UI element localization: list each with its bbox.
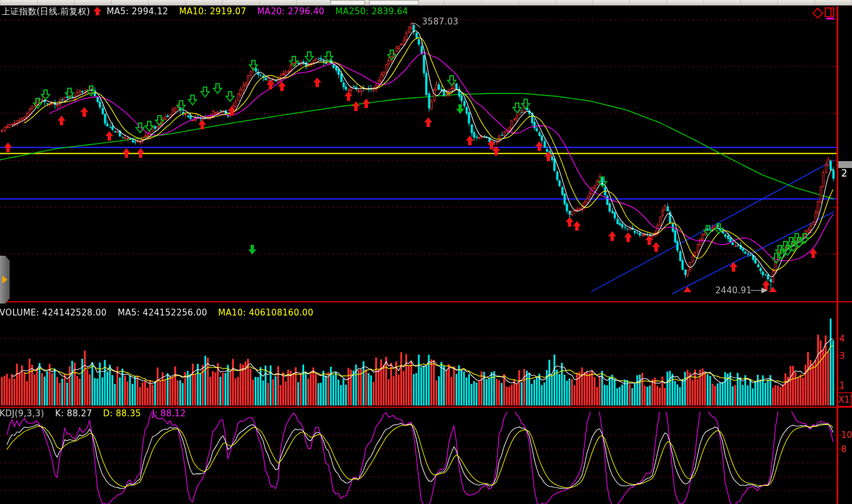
main-indicator-bar: 上证指数(日线.前复权) MA5: 2994.12 MA10: 2919.07 … — [2, 6, 408, 17]
toolbar-button-fragment[interactable] — [330, 0, 365, 5]
magenta-marker — [826, 18, 834, 19]
symbol-title: 上证指数(日线.前复权) — [2, 6, 90, 17]
ma250-readout: MA250: 2839.64 — [335, 6, 408, 17]
kdj-k-readout: K: 88.27 — [55, 408, 92, 419]
kdj-title: KDJ(9,3,3) — [0, 408, 44, 419]
kdj-indicator-bar: KDJ(9,3,3) K: 88.27 D: 88.35 J: 88.12 — [0, 408, 186, 419]
volume-readout: VOLUME: 424142528.00 — [0, 308, 106, 318]
expand-right-icon — [2, 276, 7, 284]
kdj-d-readout: D: 88.35 — [103, 408, 141, 419]
volume-ma10-readout: MA10: 406108160.00 — [218, 308, 313, 318]
trading-app-window: { "toolbar": {"note": "toolbar bottom ed… — [0, 0, 852, 504]
volume-unit-label: X17 — [838, 395, 852, 405]
volume-axis-label: 1 — [839, 380, 845, 391]
ma20-readout: MA20: 2796.40 — [257, 6, 325, 17]
volume-indicator-bar: VOLUME: 424142528.00 MA5: 424152256.00 M… — [0, 308, 313, 318]
peak-price-annotation: 3587.03 — [422, 17, 458, 27]
sidebar-expand-handle[interactable] — [0, 256, 10, 304]
volume-ma5-readout: MA5: 424152256.00 — [117, 308, 207, 318]
up-arrow-icon — [93, 7, 101, 15]
volume-axis-label: 4 — [839, 334, 845, 344]
ma5-readout: MA5: 2994.12 — [106, 6, 168, 17]
window-layout-icon[interactable] — [825, 7, 834, 17]
ma10-readout: MA10: 2919.07 — [179, 6, 246, 17]
volume-axis-label: 3 — [839, 351, 845, 361]
kdj-axis-label: 8 — [841, 444, 847, 454]
chart-canvas[interactable] — [0, 0, 852, 504]
kdj-axis-label: 10 — [841, 430, 852, 440]
toolbar-button-fragment[interactable] — [369, 0, 419, 5]
trough-price-annotation: 2440.91 — [715, 285, 752, 296]
price-axis-tag: 2 — [841, 167, 847, 179]
top-toolbar-strip — [0, 0, 852, 6]
kdj-j-readout: J: 88.12 — [152, 408, 186, 419]
